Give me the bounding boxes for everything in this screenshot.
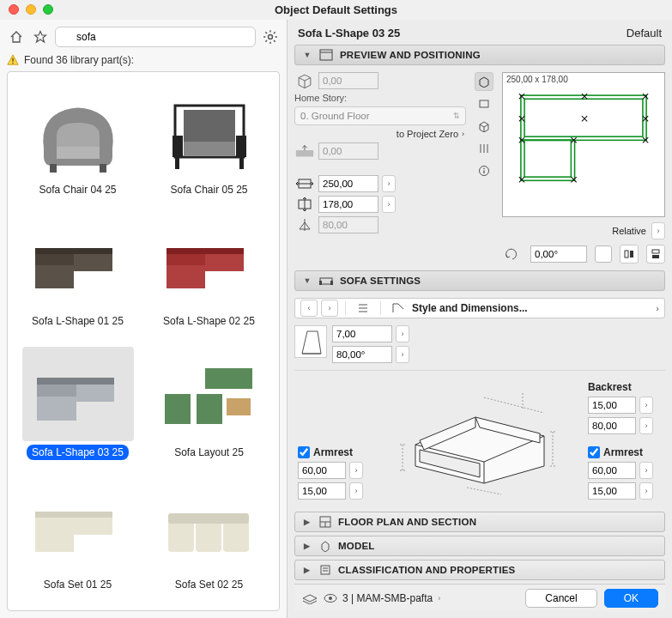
stepper-icon[interactable]: › (349, 482, 363, 500)
home-icon[interactable] (7, 27, 26, 46)
backrest-thickness-input[interactable] (588, 397, 636, 414)
stepper-icon[interactable]: › (396, 346, 409, 363)
svg-rect-6 (50, 164, 57, 173)
height-input[interactable] (318, 216, 378, 233)
eye-icon[interactable] (324, 592, 337, 604)
stepper-icon[interactable]: › (639, 482, 653, 500)
view-info-icon[interactable] (475, 161, 493, 180)
armrest-right-checkbox[interactable] (588, 446, 600, 458)
stepper-icon[interactable]: › (349, 462, 363, 479)
elevation-input[interactable] (318, 72, 378, 89)
preview-canvas[interactable]: 250,00 x 178,00 (502, 72, 665, 217)
svg-rect-28 (168, 513, 249, 524)
backrest-height-input[interactable] (588, 417, 636, 434)
item-label: Sofa L-Shape 01 25 (27, 313, 129, 329)
home-story-label: Home Story: (294, 93, 466, 103)
armrest-left-width-input[interactable] (298, 482, 346, 500)
style-dropdown[interactable]: Style and Dimensions... (412, 302, 652, 314)
library-item[interactable]: Sofa Layout 25 (148, 343, 270, 470)
perspective-thumb (294, 325, 327, 358)
svg-point-4 (12, 63, 14, 64)
svg-rect-37 (480, 100, 488, 107)
svg-rect-48 (625, 251, 628, 258)
stepper-icon[interactable]: › (639, 462, 653, 479)
svg-rect-9 (184, 110, 235, 144)
titlebar: Object Default Settings (0, 0, 672, 20)
prev-button[interactable]: ‹ (300, 300, 318, 317)
view-plan-icon[interactable] (475, 94, 493, 113)
armrest-left-checkbox[interactable] (298, 446, 310, 458)
sofa-toolbar: ‹ › Style and Dimensions... › (294, 298, 665, 318)
armrest-right-height-input[interactable] (588, 462, 636, 479)
view-3d-icon[interactable] (475, 117, 493, 136)
library-item[interactable]: Sofa Set 01 25 (16, 476, 139, 602)
stepper-icon[interactable]: › (639, 397, 653, 414)
relative-stepper[interactable]: › (651, 222, 665, 239)
relative-label: Relative (502, 226, 646, 236)
svg-rect-15 (35, 265, 74, 288)
search-input[interactable] (55, 27, 256, 47)
view-section-icon[interactable] (475, 139, 493, 158)
section-model[interactable]: ▶ MODEL (294, 536, 665, 556)
library-item[interactable]: Sofa Chair 05 25 (148, 81, 270, 207)
library-item[interactable]: Sofa L-Shape 02 25 (148, 212, 270, 338)
svg-rect-14 (239, 157, 244, 169)
width-icon (294, 175, 315, 192)
rotate-icon (502, 245, 523, 263)
svg-rect-12 (236, 136, 246, 157)
item-thumb (154, 215, 265, 310)
stepper-icon[interactable]: › (382, 196, 396, 213)
svg-rect-5 (57, 147, 100, 159)
cancel-button[interactable]: Cancel (525, 589, 596, 608)
angle-input[interactable] (530, 245, 587, 263)
library-item[interactable]: Sofa Chair 04 25 (16, 81, 139, 207)
svg-rect-13 (175, 157, 179, 169)
to-project-zero-link[interactable]: to Project Zero › (294, 129, 466, 139)
object-name: Sofa L-Shape 03 25 (298, 27, 400, 39)
svg-rect-23 (197, 394, 222, 424)
param1-input[interactable] (332, 325, 392, 342)
stepper-icon[interactable]: › (639, 417, 653, 434)
backrest-label: Backrest (588, 381, 662, 393)
ok-button[interactable]: OK (604, 589, 658, 608)
svg-rect-49 (630, 251, 633, 258)
item-thumb (154, 479, 265, 573)
next-button[interactable]: › (321, 300, 338, 317)
param2-input[interactable] (332, 346, 392, 363)
armrest-right-label: Armrest (603, 446, 643, 458)
armrest-left-height-input[interactable] (298, 462, 346, 479)
section-floor-plan[interactable]: ▶ FLOOR PLAN AND SECTION (294, 512, 665, 532)
view-axo-icon[interactable] (475, 72, 493, 91)
svg-rect-11 (173, 136, 183, 157)
item-label: Sofa Chair 05 25 (165, 182, 252, 197)
armrest-right-width-input[interactable] (588, 482, 636, 500)
settings-gear-icon[interactable] (261, 27, 280, 46)
library-grid: Sofa Chair 04 25 Sofa Cha (7, 71, 280, 611)
classification-icon (319, 564, 331, 576)
svg-point-2 (269, 34, 273, 39)
elevation2-input[interactable] (318, 142, 378, 160)
section-preview-positioning[interactable]: ▼ PREVIEW AND POSITIONING (294, 45, 665, 65)
svg-rect-20 (76, 385, 114, 402)
item-thumb (154, 84, 265, 179)
mirror-checkbox[interactable] (595, 245, 612, 263)
section-classification[interactable]: ▶ CLASSIFICATION AND PROPERTIES (294, 560, 665, 580)
library-item-selected[interactable]: Sofa L-Shape 03 25 (16, 343, 139, 470)
library-item[interactable]: Sofa Set 02 25 (148, 476, 270, 602)
layer-name[interactable]: 3 | MAM-SMB-pafta (342, 592, 433, 604)
stepper-icon[interactable]: › (382, 175, 396, 192)
stepper-icon[interactable]: › (396, 325, 409, 342)
item-thumb (22, 215, 134, 310)
section-sofa-settings[interactable]: ▼ SOFA SETTINGS (294, 270, 665, 291)
favorite-star-icon[interactable] (31, 27, 50, 46)
item-label: Sofa Set 02 25 (170, 577, 248, 592)
home-story-select[interactable]: 0. Ground Floor ⇅ (294, 106, 466, 125)
chevron-right-icon: ▶ (302, 541, 312, 551)
depth-input[interactable] (318, 196, 378, 213)
layer-icon (301, 592, 318, 604)
library-item[interactable]: Sofa L-Shape 01 25 (16, 212, 139, 338)
list-icon[interactable] (353, 300, 373, 317)
width-input[interactable] (318, 175, 378, 192)
mirror-y-icon[interactable] (646, 245, 665, 264)
mirror-x-icon[interactable] (620, 245, 639, 264)
